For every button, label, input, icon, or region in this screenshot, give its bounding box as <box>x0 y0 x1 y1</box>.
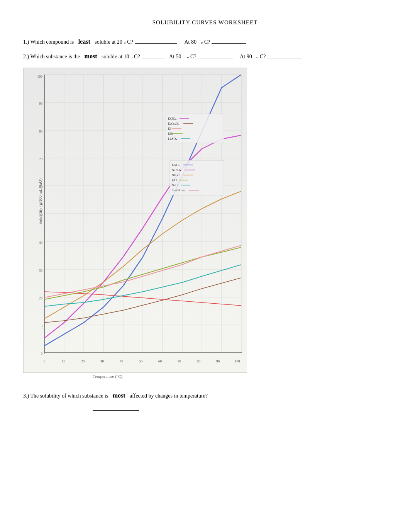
q3-bold: most <box>113 392 125 399</box>
q2-prefix: 2.) Which substance is the <box>23 54 80 60</box>
q1-deg2: o <box>201 41 203 44</box>
q2-label2: At 50 <box>169 54 181 60</box>
q2-mid: soluble at 10 <box>102 54 129 60</box>
q2-deg1: o <box>131 55 133 59</box>
q1-unit1: C? <box>127 39 133 45</box>
q2-unit1: C? <box>134 54 140 60</box>
q1-bold: least <box>78 38 90 45</box>
question-1: 1.) Which compound is least soluble at 2… <box>23 37 387 45</box>
y-axis-label: Solubility (g/100 mL H₂O) <box>38 178 43 224</box>
q1-answer2[interactable] <box>212 37 246 44</box>
q3-suffix: affected by changes in temperature? <box>130 393 208 399</box>
svg-rect-49 <box>44 75 241 353</box>
q1-label2: At 80 <box>184 39 197 45</box>
q1-prefix: 1.) Which compound is <box>23 39 74 45</box>
q2-answer2[interactable] <box>198 52 233 58</box>
q2-unit2: C? <box>190 54 197 60</box>
q1-answer1[interactable] <box>135 37 177 44</box>
solubility-chart: 100 90 80 70 60 50 40 30 20 10 0 0 10 20… <box>23 68 251 384</box>
page-title: SOLUBILITY CURVES WORKSHEET <box>23 19 387 26</box>
q2-answer3[interactable] <box>267 52 302 58</box>
chart-svg: KNO₃ NaNO₃ NH₄Cl KCl NaCl Ce₂(SO₄)₃ KClO… <box>23 68 247 373</box>
q3-prefix: 3.) The solubility of which substance is <box>23 393 108 399</box>
q1-unit2: C? <box>204 39 210 45</box>
x-axis-label: Temperature (°C) <box>93 374 122 379</box>
q2-bold: most <box>85 53 97 60</box>
worksheet-page: SOLUBILITY CURVES WORKSHEET 1.) Which co… <box>0 0 410 532</box>
q3-answer[interactable] <box>93 405 139 411</box>
q2-unit3: C? <box>260 54 266 60</box>
q1-mid: soluble at 20 <box>95 39 122 45</box>
question-3: 3.) The solubility of which substance is… <box>23 392 387 399</box>
q1-deg1: o <box>124 41 126 44</box>
q2-deg2: o <box>187 55 189 59</box>
q2-deg3: o <box>256 55 258 59</box>
question-2: 2.) Which substance is the most soluble … <box>23 52 387 60</box>
q2-label3: At 90 <box>240 54 252 60</box>
q2-answer1[interactable] <box>142 52 165 58</box>
